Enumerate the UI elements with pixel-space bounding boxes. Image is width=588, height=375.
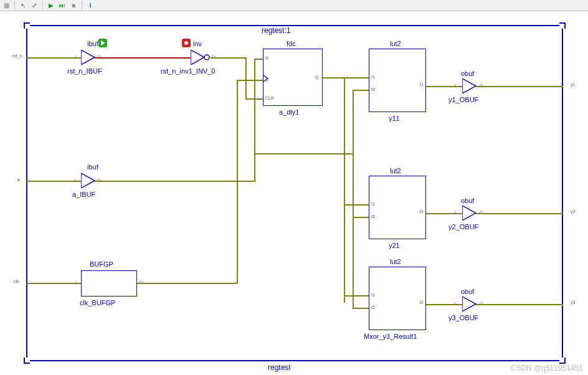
wire: [344, 204, 369, 206]
pin-label-i: I: [455, 211, 456, 215]
port-y2: y2: [571, 209, 575, 214]
toolbar-sep: [42, 1, 43, 10]
obuf3-type: obuf: [461, 288, 474, 295]
port-rst-n: rst_n: [12, 54, 22, 58]
lut2a-name: y11: [389, 115, 400, 122]
svg-marker-5: [462, 78, 476, 93]
wire: [26, 57, 81, 59]
svg-marker-8: [462, 297, 476, 311]
wire: [353, 217, 369, 218]
wire: [344, 295, 369, 297]
wire: [323, 77, 345, 78]
ibuf2-name: a_IBUF: [72, 191, 95, 198]
wire: [245, 57, 247, 100]
port-y3: y3: [571, 300, 575, 305]
pin-label-i: I: [455, 301, 456, 306]
lut2b-type: lut2: [390, 167, 401, 174]
zoom-icon[interactable]: ⤢: [29, 1, 39, 10]
wire: [137, 283, 237, 284]
wire: [254, 153, 255, 181]
wire: [211, 57, 245, 59]
lut2b-o: O: [420, 209, 423, 214]
inverter-rst-n-inv[interactable]: [191, 50, 212, 65]
marker-red-icon: [182, 39, 191, 47]
toolbar-sep: [14, 1, 15, 10]
lut2a-i1: I1: [371, 75, 375, 79]
bufgp-name: clk_BUFGP: [80, 299, 115, 306]
fdc-type-label: fdc: [287, 40, 296, 47]
svg-point-4: [184, 41, 188, 45]
svg-point-3: [204, 55, 209, 60]
wire: [476, 304, 563, 305]
module-name: regtest: [268, 363, 291, 372]
obuf2-name: y2_OBUF: [448, 223, 478, 230]
svg-marker-1: [101, 40, 105, 45]
lut2c-i0: I0: [371, 305, 375, 310]
svg-marker-2: [191, 50, 204, 65]
toolbar: ▦ ↖ ⤢ ▶ ⏭ ■ ℹ: [0, 0, 588, 11]
pin-label-i: I: [75, 280, 76, 285]
inv-inst-name: rst_n_inv1_INV_0: [161, 67, 215, 75]
lut2b-i1: I1: [371, 202, 375, 206]
wire: [476, 86, 563, 87]
schematic-canvas[interactable]: regtest:1 regtest rst_n a clk y1 y2 y3 i…: [0, 12, 588, 375]
wire: [426, 304, 462, 305]
wire: [353, 90, 369, 91]
wire: [26, 181, 81, 182]
info-icon[interactable]: ℹ: [85, 1, 95, 10]
obuf1-name: y1_OBUF: [448, 96, 478, 103]
pin-label-i: I: [455, 83, 456, 88]
port-y1: y1: [571, 82, 575, 87]
bufgp-block[interactable]: [81, 270, 137, 297]
obuf3-name: y3_OBUF: [448, 314, 478, 321]
wire: [476, 213, 563, 214]
wire: [353, 90, 354, 308]
bufgp-type: BUFGP: [90, 260, 113, 268]
module-instance-title: regtest:1: [262, 26, 291, 35]
wire-selected[interactable]: [95, 57, 191, 59]
pin-label-i: I: [75, 55, 76, 59]
wire: [26, 283, 81, 284]
ibuf-type-label: ibuf: [87, 40, 98, 47]
fdc-pin-clr: CLR: [265, 96, 274, 100]
cursor-icon[interactable]: ↖: [18, 1, 28, 10]
pin-label-i: I: [75, 178, 76, 183]
wire: [353, 308, 369, 309]
svg-marker-6: [81, 173, 95, 188]
lut2-y21[interactable]: [369, 176, 426, 239]
wire: [95, 181, 255, 182]
ibuf-inst-name: rst_n_IBUF: [67, 67, 102, 75]
clock-edge-icon: [263, 75, 269, 82]
lut2c-o: O: [420, 300, 423, 305]
lut2b-name: y21: [389, 242, 400, 249]
lut2c-i1: I1: [371, 293, 375, 297]
wire: [254, 153, 354, 154]
inv-type-label: inv: [193, 40, 202, 47]
lut2a-type: lut2: [390, 40, 401, 47]
stop-icon[interactable]: ■: [69, 1, 78, 10]
wire: [237, 80, 238, 283]
step-icon[interactable]: ⏭: [57, 1, 67, 10]
wire: [344, 77, 345, 303]
lut2-y11[interactable]: [369, 49, 426, 112]
lut2c-name: Mxor_y3_Result1: [364, 333, 417, 340]
lut2-mxor[interactable]: [369, 267, 426, 330]
wire: [344, 77, 369, 78]
lut2a-o: O: [420, 82, 423, 87]
play-icon[interactable]: ▶: [46, 1, 56, 10]
lut2c-type: lut2: [390, 258, 401, 265]
grid-icon[interactable]: ▦: [1, 1, 11, 10]
fdc-inst-name: a_dly1: [279, 108, 299, 116]
toolbar-sep: [82, 1, 82, 10]
lut2a-i0: I0: [371, 87, 375, 92]
lut2b-i0: I0: [371, 214, 375, 219]
fdc-pin-d: D: [265, 56, 268, 60]
marker-green-icon: [98, 39, 107, 47]
obuf2-type: obuf: [461, 197, 474, 204]
svg-marker-0: [81, 50, 95, 65]
obuf1-type: obuf: [461, 70, 474, 77]
watermark-text: CSDN @q511951451: [511, 364, 583, 373]
port-a: a: [17, 178, 20, 182]
port-clk: clk: [14, 279, 19, 283]
wire: [237, 80, 263, 81]
